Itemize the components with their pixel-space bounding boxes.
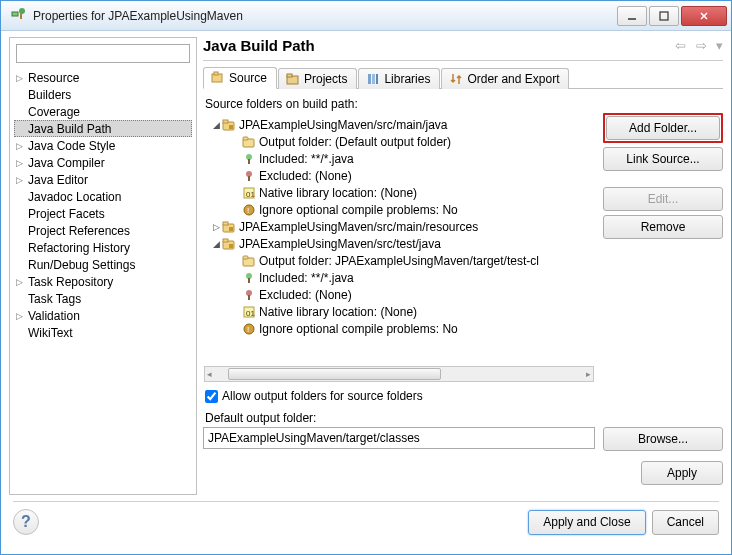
- source-folders-tree[interactable]: ◢JPAExampleUsingMaven/src/main/javaOutpu…: [204, 114, 594, 366]
- source-detail-row[interactable]: 01Native library location: (None): [206, 303, 592, 320]
- dropdown-icon[interactable]: ▾: [716, 38, 723, 53]
- sidebar-item-java-compiler[interactable]: ▷Java Compiler: [14, 154, 192, 171]
- minimize-button[interactable]: [617, 6, 647, 26]
- tab-source[interactable]: Source: [203, 67, 277, 89]
- svg-text:!: !: [247, 206, 249, 215]
- close-button[interactable]: [681, 6, 727, 26]
- apply-button[interactable]: Apply: [641, 461, 723, 485]
- source-folder-row[interactable]: ◢JPAExampleUsingMaven/src/main/java: [206, 116, 592, 133]
- sidebar-item-task-repository[interactable]: ▷Task Repository: [14, 273, 192, 290]
- sidebar-item-label: Validation: [28, 309, 80, 323]
- source-folder-row[interactable]: ◢JPAExampleUsingMaven/src/test/java: [206, 235, 592, 252]
- sidebar-item-refactoring-history[interactable]: Refactoring History: [14, 239, 192, 256]
- sidebar: ▷ResourceBuildersCoverageJava Build Path…: [9, 37, 197, 495]
- row-label: Output folder: (Default output folder): [259, 135, 451, 149]
- remove-button[interactable]: Remove: [603, 215, 723, 239]
- source-detail-row[interactable]: Excluded: (None): [206, 167, 592, 184]
- svg-rect-34: [243, 256, 248, 259]
- svg-rect-18: [243, 137, 248, 140]
- excluded-icon: [242, 288, 256, 302]
- sidebar-item-label: Resource: [28, 71, 79, 85]
- expand-icon[interactable]: ▷: [16, 175, 26, 185]
- scroll-thumb[interactable]: [228, 368, 441, 380]
- sidebar-item-label: Task Tags: [28, 292, 81, 306]
- svg-rect-16: [229, 125, 233, 129]
- source-detail-row[interactable]: !Ignore optional compile problems: No: [206, 320, 592, 337]
- source-detail-row[interactable]: Included: **/*.java: [206, 150, 592, 167]
- expand-icon[interactable]: ▷: [16, 141, 26, 151]
- sidebar-item-java-build-path[interactable]: Java Build Path: [14, 120, 192, 137]
- output-icon: [242, 254, 256, 268]
- row-label: Ignore optional compile problems: No: [259, 322, 458, 336]
- main-panel: Java Build Path ⇦ ⇨ ▾ SourceProjectsLibr…: [203, 37, 723, 495]
- sidebar-item-project-references[interactable]: Project References: [14, 222, 192, 239]
- included-icon: [242, 152, 256, 166]
- help-button[interactable]: ?: [13, 509, 39, 535]
- sidebar-item-run-debug-settings[interactable]: Run/Debug Settings: [14, 256, 192, 273]
- sidebar-item-task-tags[interactable]: Task Tags: [14, 290, 192, 307]
- default-output-field[interactable]: [203, 427, 595, 449]
- expand-icon[interactable]: ◢: [210, 239, 222, 249]
- filter-input[interactable]: [16, 44, 190, 63]
- window-icon: [11, 8, 27, 24]
- cancel-button[interactable]: Cancel: [652, 510, 719, 535]
- sidebar-item-project-facets[interactable]: Project Facets: [14, 205, 192, 222]
- allow-output-checkbox[interactable]: [205, 390, 218, 403]
- tab-libraries[interactable]: Libraries: [358, 68, 440, 89]
- source-detail-row[interactable]: Output folder: (Default output folder): [206, 133, 592, 150]
- expand-icon[interactable]: ▷: [16, 277, 26, 287]
- sidebar-item-label: Project References: [28, 224, 130, 238]
- horizontal-scrollbar[interactable]: ◂ ▸: [204, 366, 594, 382]
- svg-rect-12: [372, 74, 375, 84]
- sidebar-item-wikitext[interactable]: WikiText: [14, 324, 192, 341]
- link-source-button[interactable]: Link Source...: [603, 147, 723, 171]
- sidebar-item-java-editor[interactable]: ▷Java Editor: [14, 171, 192, 188]
- tab-projects[interactable]: Projects: [278, 68, 357, 89]
- apply-and-close-button[interactable]: Apply and Close: [528, 510, 645, 535]
- expand-icon[interactable]: ◢: [210, 120, 222, 130]
- expand-icon[interactable]: ▷: [16, 158, 26, 168]
- add-folder-button[interactable]: Add Folder...: [606, 116, 720, 140]
- tab-label: Libraries: [384, 72, 430, 86]
- expand-icon[interactable]: ▷: [16, 311, 26, 321]
- sidebar-item-label: Java Compiler: [28, 156, 105, 170]
- row-label: Excluded: (None): [259, 169, 352, 183]
- back-icon[interactable]: ⇦: [675, 38, 686, 53]
- source-detail-row[interactable]: !Ignore optional compile problems: No: [206, 201, 592, 218]
- default-output-label: Default output folder:: [205, 411, 723, 425]
- sidebar-item-javadoc-location[interactable]: Javadoc Location: [14, 188, 192, 205]
- category-tree: ▷ResourceBuildersCoverageJava Build Path…: [10, 67, 196, 494]
- sidebar-item-validation[interactable]: ▷Validation: [14, 307, 192, 324]
- included-icon: [242, 271, 256, 285]
- svg-rect-4: [660, 12, 668, 20]
- source-detail-row[interactable]: 01Native library location: (None): [206, 184, 592, 201]
- row-label: JPAExampleUsingMaven/src/main/java: [239, 118, 448, 132]
- sidebar-item-builders[interactable]: Builders: [14, 86, 192, 103]
- maximize-button[interactable]: [649, 6, 679, 26]
- projects-icon: [286, 72, 300, 86]
- source-detail-row[interactable]: Excluded: (None): [206, 286, 592, 303]
- package-folder-icon: [222, 237, 236, 251]
- allow-output-label: Allow output folders for source folders: [222, 389, 423, 403]
- expand-icon[interactable]: ▷: [210, 222, 222, 232]
- browse-button[interactable]: Browse...: [603, 427, 723, 451]
- source-detail-row[interactable]: Output folder: JPAExampleUsingMaven/targ…: [206, 252, 592, 269]
- sidebar-item-java-code-style[interactable]: ▷Java Code Style: [14, 137, 192, 154]
- svg-rect-22: [248, 176, 250, 181]
- source-folder-row[interactable]: ▷JPAExampleUsingMaven/src/main/resources: [206, 218, 592, 235]
- order-and-export-icon: [449, 72, 463, 86]
- svg-rect-13: [376, 74, 378, 84]
- svg-text:01: 01: [246, 309, 255, 318]
- expand-icon[interactable]: ▷: [16, 73, 26, 83]
- forward-icon[interactable]: ⇨: [696, 38, 707, 53]
- edit-button[interactable]: Edit...: [603, 187, 723, 211]
- output-icon: [242, 135, 256, 149]
- sidebar-item-coverage[interactable]: Coverage: [14, 103, 192, 120]
- sidebar-item-resource[interactable]: ▷Resource: [14, 69, 192, 86]
- source-detail-row[interactable]: Included: **/*.java: [206, 269, 592, 286]
- svg-rect-8: [214, 72, 218, 75]
- sidebar-item-label: Java Build Path: [28, 122, 111, 136]
- svg-rect-29: [229, 227, 233, 231]
- tab-order-and-export[interactable]: Order and Export: [441, 68, 569, 89]
- svg-rect-36: [248, 278, 250, 283]
